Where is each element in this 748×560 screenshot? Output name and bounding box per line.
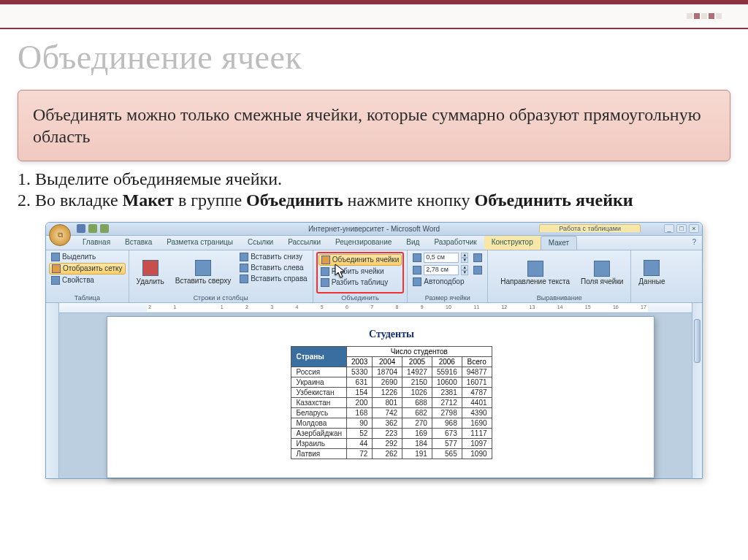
cell-value[interactable]: 2150: [402, 377, 432, 387]
cell-value[interactable]: 223: [373, 428, 402, 438]
properties-button[interactable]: Свойства: [49, 275, 126, 285]
save-icon[interactable]: [77, 224, 85, 233]
header-year[interactable]: Всего: [462, 356, 492, 367]
scroll-thumb[interactable]: [694, 319, 701, 363]
table-row[interactable]: Азербайджан522231696731117: [291, 428, 492, 438]
students-table[interactable]: Страны Число студентов 2003200420052006В…: [291, 346, 492, 459]
cell-value[interactable]: 94877: [462, 367, 492, 377]
cell-value[interactable]: 1097: [462, 438, 492, 448]
cell-country[interactable]: Азербайджан: [291, 428, 347, 438]
merge-cells-button[interactable]: Объединить ячейки: [318, 254, 402, 266]
insert-right-button[interactable]: Вставить справа: [237, 274, 309, 284]
cell-value[interactable]: 682: [402, 407, 432, 418]
table-row[interactable]: Израиль442921845771097: [291, 438, 492, 448]
tab-mailings[interactable]: Рассылки: [280, 236, 328, 250]
insert-below-button[interactable]: Вставить снизу: [237, 252, 309, 262]
cell-value[interactable]: 577: [432, 438, 462, 448]
header-year[interactable]: 2005: [402, 356, 432, 367]
cell-value[interactable]: 154: [347, 387, 373, 397]
cell-value[interactable]: 1090: [462, 448, 492, 459]
header-merged[interactable]: Число студентов: [347, 346, 492, 356]
gridlines-button[interactable]: Отобразить сетку: [49, 263, 126, 275]
cell-country[interactable]: Израиль: [291, 438, 347, 448]
table-row[interactable]: Беларусь16874268227984390: [291, 407, 492, 418]
select-button[interactable]: Выделить: [49, 252, 126, 262]
cell-value[interactable]: 801: [373, 397, 402, 407]
insert-above-button[interactable]: Вставить сверху: [171, 252, 235, 294]
table-row[interactable]: Латвия722621915651090: [291, 448, 492, 459]
quick-access-toolbar[interactable]: [77, 224, 109, 233]
cell-value[interactable]: 1226: [373, 387, 402, 397]
text-direction-button[interactable]: Направление текста: [496, 252, 574, 294]
table-row[interactable]: Узбекистан1541226102623814787: [291, 387, 492, 397]
cell-value[interactable]: 191: [402, 448, 432, 459]
row-height-control[interactable]: 0,5 см ▲▼: [411, 252, 484, 264]
cell-country[interactable]: Россия: [291, 367, 347, 377]
cell-value[interactable]: 90: [347, 418, 373, 428]
cell-value[interactable]: 1026: [402, 387, 432, 397]
table-row[interactable]: Украина631269021501060016071: [291, 377, 492, 387]
cell-country[interactable]: Узбекистан: [291, 387, 347, 397]
vertical-scrollbar[interactable]: [692, 303, 702, 478]
vertical-ruler[interactable]: [46, 303, 59, 478]
cell-value[interactable]: 16071: [462, 377, 492, 387]
distribute-rows-icon[interactable]: [473, 253, 482, 262]
cell-value[interactable]: 5330: [347, 367, 373, 377]
cell-value[interactable]: 18704: [373, 367, 402, 377]
cell-margins-button[interactable]: Поля ячейки: [576, 252, 627, 294]
tab-insert[interactable]: Вставка: [118, 236, 159, 250]
split-table-button[interactable]: Разбить таблицу: [318, 277, 402, 288]
insert-left-button[interactable]: Вставить слева: [237, 263, 309, 273]
cell-value[interactable]: 631: [347, 377, 373, 387]
tab-view[interactable]: Вид: [399, 236, 427, 250]
cell-value[interactable]: 742: [373, 407, 402, 418]
cell-value[interactable]: 292: [373, 438, 402, 448]
header-country[interactable]: Страны: [291, 346, 347, 367]
table-row[interactable]: Россия533018704149275591694877: [291, 367, 492, 377]
minimize-button[interactable]: _: [664, 224, 674, 233]
autofit-button[interactable]: Автоподбор: [411, 277, 484, 287]
cell-value[interactable]: 52: [347, 428, 373, 438]
help-icon[interactable]: ?: [692, 238, 696, 246]
cell-country[interactable]: Казахстан: [291, 397, 347, 407]
cell-country[interactable]: Молдова: [291, 418, 347, 428]
redo-icon[interactable]: [100, 224, 109, 233]
cell-value[interactable]: 14927: [402, 367, 432, 377]
table-row[interactable]: Молдова903622709681690: [291, 418, 492, 428]
cell-value[interactable]: 688: [402, 397, 432, 407]
cell-value[interactable]: 169: [402, 428, 432, 438]
maximize-button[interactable]: □: [676, 224, 687, 233]
tab-page-layout[interactable]: Разметка страницы: [159, 236, 240, 250]
close-button[interactable]: ×: [689, 224, 699, 233]
cell-value[interactable]: 168: [347, 407, 373, 418]
cell-value[interactable]: 44: [347, 438, 373, 448]
cell-value[interactable]: 362: [373, 418, 402, 428]
cell-country[interactable]: Беларусь: [291, 407, 347, 418]
cell-value[interactable]: 200: [347, 397, 373, 407]
header-year[interactable]: 2004: [373, 356, 402, 367]
cell-value[interactable]: 10600: [432, 377, 462, 387]
cell-country[interactable]: Латвия: [291, 448, 347, 459]
cell-value[interactable]: 2798: [432, 407, 462, 418]
horizontal-ruler[interactable]: 211234567891011121314151617: [59, 303, 692, 313]
cell-value[interactable]: 565: [432, 448, 462, 459]
width-spinners[interactable]: ▲▼: [461, 265, 468, 275]
cell-value[interactable]: 184: [402, 438, 432, 448]
height-spinners[interactable]: ▲▼: [461, 253, 468, 263]
tab-design[interactable]: Конструктор: [484, 236, 541, 250]
tab-references[interactable]: Ссылки: [240, 236, 280, 250]
header-year[interactable]: 2006: [432, 356, 462, 367]
cell-value[interactable]: 968: [432, 418, 462, 428]
table-row[interactable]: Казахстан20080168827124401: [291, 397, 492, 407]
delete-button[interactable]: Удалить: [132, 252, 169, 294]
tab-developer[interactable]: Разработчик: [427, 236, 484, 250]
cell-value[interactable]: 270: [402, 418, 432, 428]
tab-review[interactable]: Рецензирование: [328, 236, 399, 250]
office-button[interactable]: [49, 224, 71, 246]
cell-value[interactable]: 2690: [373, 377, 402, 387]
distribute-cols-icon[interactable]: [473, 266, 482, 275]
cell-value[interactable]: 4390: [462, 407, 492, 418]
header-year[interactable]: 2003: [347, 356, 373, 367]
tab-layout[interactable]: Макет: [541, 236, 577, 250]
cell-value[interactable]: 2712: [432, 397, 462, 407]
